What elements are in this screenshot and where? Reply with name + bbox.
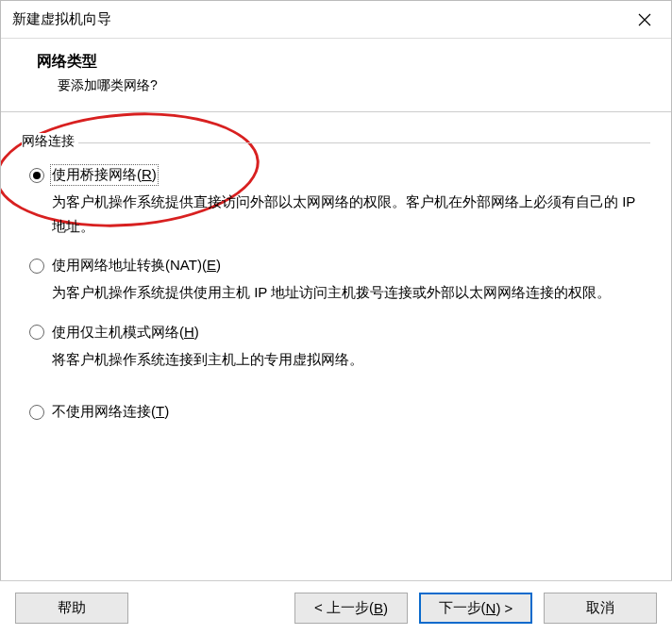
button-bar: 帮助 < 上一步(B) 下一步(N) > 取消 bbox=[0, 580, 672, 635]
radio-label-bridge: 使用桥接网络(R) bbox=[52, 166, 157, 184]
close-icon bbox=[638, 13, 651, 26]
close-button[interactable] bbox=[630, 5, 660, 35]
page-subtitle: 要添加哪类网络? bbox=[58, 77, 648, 94]
group-legend: 网络连接 bbox=[22, 133, 78, 150]
radio-icon bbox=[29, 325, 44, 340]
radio-icon bbox=[29, 405, 44, 420]
radio-label-hostonly: 使用仅主机模式网络(H) bbox=[52, 324, 199, 342]
radio-label-nat: 使用网络地址转换(NAT)(E) bbox=[52, 257, 221, 275]
option-none[interactable]: 不使用网络连接(T) bbox=[29, 403, 643, 421]
radio-row[interactable]: 使用网络地址转换(NAT)(E) bbox=[29, 257, 643, 275]
radio-desc-nat: 为客户机操作系统提供使用主机 IP 地址访问主机拨号连接或外部以太网网络连接的权… bbox=[52, 280, 643, 305]
radio-desc-hostonly: 将客户机操作系统连接到主机上的专用虚拟网络。 bbox=[52, 347, 643, 372]
cancel-button[interactable]: 取消 bbox=[544, 593, 657, 624]
window-title: 新建虚拟机向导 bbox=[12, 10, 111, 28]
content-area: 网络连接 使用桥接网络(R) 为客户机操作系统提供直接访问外部以太网网络的权限。… bbox=[1, 112, 671, 575]
titlebar: 新建虚拟机向导 bbox=[1, 1, 671, 39]
back-button[interactable]: < 上一步(B) bbox=[294, 593, 408, 624]
radio-row[interactable]: 使用桥接网络(R) bbox=[29, 166, 643, 184]
radio-label-none: 不使用网络连接(T) bbox=[52, 403, 169, 421]
radio-row[interactable]: 使用仅主机模式网络(H) bbox=[29, 324, 643, 342]
radio-icon bbox=[29, 168, 44, 183]
wizard-header: 网络类型 要添加哪类网络? bbox=[1, 39, 671, 112]
network-connection-group: 网络连接 使用桥接网络(R) 为客户机操作系统提供直接访问外部以太网网络的权限。… bbox=[22, 142, 650, 421]
radio-desc-bridge: 为客户机操作系统提供直接访问外部以太网网络的权限。客户机在外部网络上必须有自己的… bbox=[52, 190, 643, 238]
option-bridge[interactable]: 使用桥接网络(R) 为客户机操作系统提供直接访问外部以太网网络的权限。客户机在外… bbox=[29, 166, 643, 238]
help-button[interactable]: 帮助 bbox=[15, 593, 128, 624]
radio-row[interactable]: 不使用网络连接(T) bbox=[29, 403, 643, 421]
option-hostonly[interactable]: 使用仅主机模式网络(H) 将客户机操作系统连接到主机上的专用虚拟网络。 bbox=[29, 324, 643, 372]
next-button[interactable]: 下一步(N) > bbox=[419, 593, 532, 624]
option-nat[interactable]: 使用网络地址转换(NAT)(E) 为客户机操作系统提供使用主机 IP 地址访问主… bbox=[29, 257, 643, 305]
radio-icon bbox=[29, 259, 44, 274]
page-title: 网络类型 bbox=[37, 52, 648, 72]
